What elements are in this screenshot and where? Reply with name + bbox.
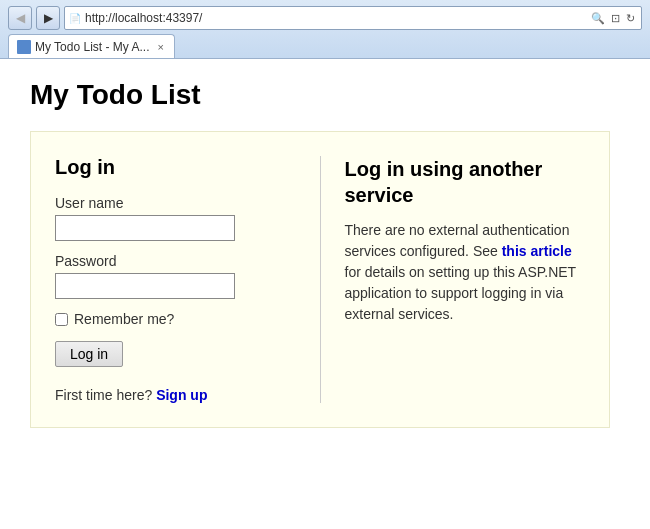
- active-tab[interactable]: My Todo List - My A... ×: [8, 34, 175, 58]
- browser-toolbar: ◀ ▶ 📄 http://localhost:43397/ 🔍 ⊡ ↻: [8, 6, 642, 30]
- external-description: There are no external authentication ser…: [345, 220, 586, 325]
- tab-favicon: [17, 40, 31, 54]
- back-button[interactable]: ◀: [8, 6, 32, 30]
- password-input[interactable]: [55, 273, 235, 299]
- page-content: My Todo List Log in User name Password R…: [0, 59, 650, 529]
- username-input[interactable]: [55, 215, 235, 241]
- password-label: Password: [55, 253, 296, 269]
- username-group: User name: [55, 195, 296, 241]
- tab-close-button[interactable]: ×: [157, 41, 163, 53]
- password-group: Password: [55, 253, 296, 299]
- remember-checkbox[interactable]: [55, 313, 68, 326]
- login-container: Log in User name Password Remember me? L…: [30, 131, 610, 428]
- remember-row: Remember me?: [55, 311, 296, 327]
- article-link[interactable]: this article: [502, 243, 572, 259]
- address-actions: 🔍 ⊡ ↻: [589, 12, 637, 25]
- address-bar[interactable]: 📄 http://localhost:43397/ 🔍 ⊡ ↻: [64, 6, 642, 30]
- search-btn[interactable]: 🔍: [589, 12, 607, 25]
- username-label: User name: [55, 195, 296, 211]
- external-login-section: Log in using another service There are n…: [321, 156, 586, 403]
- remember-label: Remember me?: [74, 311, 174, 327]
- login-heading: Log in: [55, 156, 296, 179]
- first-time-text: First time here?: [55, 387, 152, 403]
- tab-label: My Todo List - My A...: [35, 40, 149, 54]
- page-icon: 📄: [69, 13, 81, 24]
- tabs-row: My Todo List - My A... ×: [8, 34, 642, 58]
- description-part2: for details on setting up this ASP.NET a…: [345, 264, 576, 322]
- refresh-btn[interactable]: ↻: [624, 12, 637, 25]
- signup-link[interactable]: Sign up: [156, 387, 207, 403]
- browser-chrome: ◀ ▶ 📄 http://localhost:43397/ 🔍 ⊡ ↻ My T…: [0, 0, 650, 59]
- external-heading: Log in using another service: [345, 156, 586, 208]
- login-button[interactable]: Log in: [55, 341, 123, 367]
- compat-btn[interactable]: ⊡: [609, 12, 622, 25]
- forward-button[interactable]: ▶: [36, 6, 60, 30]
- address-text: http://localhost:43397/: [85, 11, 585, 25]
- first-time-row: First time here? Sign up: [55, 387, 296, 403]
- page-title: My Todo List: [30, 79, 620, 111]
- login-form-section: Log in User name Password Remember me? L…: [55, 156, 321, 403]
